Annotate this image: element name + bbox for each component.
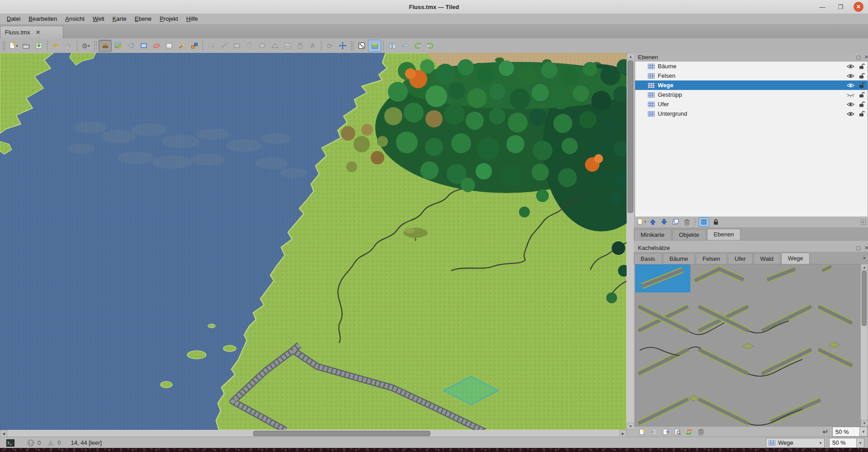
- tileset-scrollbar[interactable]: ▲ ▼: [861, 264, 867, 427]
- insert-point-button[interactable]: [243, 40, 255, 52]
- tileset-tab-overflow-icon[interactable]: ▾: [863, 256, 868, 260]
- menu-bearbeiten[interactable]: Bearbeiten: [24, 14, 61, 23]
- console-icon[interactable]: [6, 439, 14, 447]
- new-tileset-button[interactable]: [637, 428, 647, 436]
- save-button[interactable]: [33, 40, 45, 52]
- maximize-icon[interactable]: ❐: [835, 2, 845, 12]
- select-objects-button[interactable]: [205, 40, 217, 52]
- eye-open-icon[interactable]: [847, 111, 854, 117]
- lower-layer-button[interactable]: [659, 218, 669, 226]
- reload-tileset-button[interactable]: [684, 428, 694, 436]
- combo-dropdown-icon[interactable]: ▾: [859, 427, 867, 436]
- select-same-tile-button[interactable]: [188, 40, 200, 52]
- unlock-icon[interactable]: [859, 82, 865, 88]
- error-icon[interactable]: !: [27, 439, 34, 447]
- insert-ellipse-button[interactable]: [256, 40, 268, 52]
- insert-text-button[interactable]: A: [307, 40, 319, 52]
- tab-fluss-tmx[interactable]: Fluss.tmx ✕: [0, 26, 63, 38]
- layer-row-wege[interactable]: Wege: [635, 80, 868, 90]
- delete-layer-button[interactable]: [682, 218, 692, 226]
- map-zoom-combo[interactable]: 50 % ▾: [829, 438, 864, 448]
- layer-offset-button[interactable]: [336, 40, 349, 52]
- magic-wand-button[interactable]: [175, 40, 188, 52]
- scroll-up-icon[interactable]: ▲: [861, 264, 868, 271]
- tileset-tab-wege[interactable]: Wege: [781, 253, 810, 264]
- unlock-icon[interactable]: [859, 111, 865, 117]
- tileset-zoom-combo[interactable]: 50 % ▾: [832, 427, 868, 437]
- raise-layer-button[interactable]: [648, 218, 658, 226]
- eye-open-icon[interactable]: [847, 102, 854, 107]
- menu-karte[interactable]: Karte: [108, 14, 131, 23]
- scroll-down-icon[interactable]: ▼: [861, 420, 868, 427]
- warning-icon[interactable]: !: [47, 440, 54, 446]
- toolbar-drag-handle[interactable]: [2, 41, 5, 51]
- menu-ansicht[interactable]: Ansicht: [61, 14, 89, 23]
- eye-closed-icon[interactable]: [847, 92, 854, 98]
- menu-projekt[interactable]: Projekt: [156, 14, 182, 23]
- close-icon[interactable]: ✕: [854, 2, 863, 12]
- active-layer-combo[interactable]: Wege ▾: [766, 438, 825, 448]
- toolbar-drag-handle[interactable]: [350, 41, 354, 51]
- unlock-icon[interactable]: [859, 92, 865, 98]
- delete-tileset-button[interactable]: [696, 428, 706, 436]
- insert-template-button[interactable]: [294, 40, 306, 52]
- dock-close-icon[interactable]: ✕: [864, 245, 868, 251]
- tileset-scroll-thumb[interactable]: [862, 271, 867, 326]
- tab-minikarte[interactable]: Minikarte: [634, 229, 671, 240]
- layer-row-untergrund[interactable]: Untergrund: [635, 109, 868, 118]
- undo-button[interactable]: ↶: [50, 40, 62, 52]
- tab-ebenen[interactable]: Ebenen: [707, 229, 741, 240]
- minimize-icon[interactable]: —: [817, 2, 827, 12]
- flip-vertical-button[interactable]: [399, 40, 411, 52]
- open-file-button[interactable]: [20, 40, 32, 52]
- eye-open-icon[interactable]: [847, 64, 854, 69]
- unlock-icon[interactable]: [859, 101, 865, 107]
- eye-open-icon[interactable]: [847, 83, 854, 88]
- rotate-left-button[interactable]: [411, 40, 424, 52]
- map-hscrollbar[interactable]: ◀ ▶: [0, 430, 627, 437]
- layer-row-ufer[interactable]: Ufer: [635, 99, 868, 109]
- menu-ebene[interactable]: Ebene: [131, 14, 156, 23]
- vscroll-thumb[interactable]: [627, 61, 633, 213]
- tileset-tab-baeume[interactable]: Bäume: [663, 253, 695, 264]
- tileset-tab-basis[interactable]: Basis: [634, 253, 662, 264]
- dock-close-icon[interactable]: ✕: [864, 54, 868, 60]
- combo-dropdown-icon[interactable]: ▾: [856, 438, 864, 447]
- eye-open-icon[interactable]: [847, 73, 854, 79]
- combo-dropdown-icon[interactable]: ▾: [817, 438, 824, 447]
- lock-layer-button[interactable]: [711, 218, 721, 226]
- layer-row-baeume[interactable]: Bäume: [635, 61, 868, 71]
- layer-row-felsen[interactable]: Felsen: [635, 71, 868, 80]
- menu-hilfe[interactable]: Hilfe: [182, 14, 202, 23]
- random-mode-button[interactable]: [355, 40, 368, 52]
- embed-tileset-button[interactable]: [649, 428, 659, 436]
- flip-horizontal-button[interactable]: [386, 40, 398, 52]
- tileset-tab-ufer[interactable]: Ufer: [728, 253, 753, 264]
- terrain-brush-button[interactable]: [112, 40, 124, 52]
- rect-select-button[interactable]: [163, 40, 175, 52]
- map-canvas[interactable]: [0, 53, 627, 430]
- dynamic-wrap-icon[interactable]: ↵: [823, 428, 829, 436]
- eraser-button[interactable]: [150, 40, 162, 52]
- highlight-button[interactable]: [858, 218, 868, 226]
- new-layer-button[interactable]: ▾: [637, 218, 646, 226]
- dock-float-icon[interactable]: ▢: [856, 54, 860, 60]
- duplicate-layer-button[interactable]: [670, 218, 680, 226]
- hscroll-thumb[interactable]: [253, 431, 430, 436]
- menu-datei[interactable]: Datei: [3, 14, 24, 23]
- rotate-tool-button[interactable]: ⟳: [324, 40, 336, 52]
- map-vscrollbar[interactable]: ▲ ▼: [627, 53, 634, 430]
- bucket-fill-button[interactable]: [125, 40, 137, 52]
- edit-polygons-button[interactable]: [218, 40, 230, 52]
- insert-polygon-button[interactable]: [269, 40, 281, 52]
- highlight-layer-button[interactable]: [698, 217, 709, 227]
- layer-row-gestruepp[interactable]: Gestrüpp: [635, 90, 868, 99]
- tileset-tab-felsen[interactable]: Felsen: [696, 253, 727, 264]
- commands-button[interactable]: ⚙ ▾: [80, 40, 92, 52]
- rotate-right-button[interactable]: [424, 40, 436, 52]
- shape-fill-button[interactable]: [137, 40, 150, 52]
- unlock-icon[interactable]: [859, 73, 865, 79]
- tab-close-icon[interactable]: ✕: [36, 29, 41, 36]
- dock-float-icon[interactable]: ▢: [856, 245, 860, 251]
- menu-welt[interactable]: Welt: [89, 14, 108, 23]
